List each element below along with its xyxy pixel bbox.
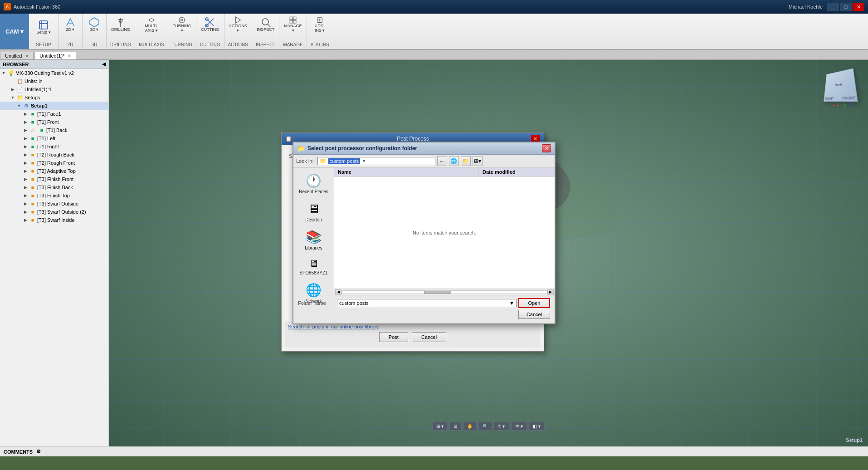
tree-item-swarf-outside[interactable]: ▶ ■ [T3] Swarf Outside — [0, 200, 108, 208]
tree-item-left[interactable]: ▶ ■ [T1] Left — [0, 134, 108, 142]
scroll-left-btn[interactable]: ◀ — [335, 289, 341, 295]
tree-item-front[interactable]: ▶ ■ [T1] Front — [0, 118, 108, 126]
tree-arrow-setup1[interactable]: ▼ — [16, 103, 22, 108]
tree-item-right[interactable]: ▶ ■ [T1] Right — [0, 142, 108, 151]
comments-label: COMMENTS — [4, 449, 33, 455]
nav-cube[interactable]: TOP FRONT RIGHT →X ↑Y Z — [823, 69, 859, 105]
viewport[interactable]: TOP FRONT RIGHT →X ↑Y Z ⊞ ▾ ⊡ ✋ 🔍 ↻ ▾ 👁 … — [109, 60, 868, 446]
tree-arrow-swarf-inside[interactable]: ▶ — [23, 218, 28, 222]
tree-arrow-rough-back[interactable]: ▶ — [23, 152, 28, 157]
tree-item-face1[interactable]: ▶ ■ [T1] Face1 — [0, 110, 108, 118]
file-cancel-btn[interactable]: Cancel — [518, 310, 550, 319]
horizontal-scrollbar[interactable]: ◀ ▶ — [334, 289, 555, 295]
rough-back-label: [T2] Rough Back — [37, 152, 74, 157]
maximize-btn[interactable]: □ — [840, 3, 852, 11]
tab-close-untitled[interactable]: ✕ — [25, 54, 29, 59]
file-dialog-title-bar: 📁 Select post processor configuration fo… — [293, 142, 555, 155]
shortcut-recent-places[interactable]: 🕐 Recent Places — [295, 171, 332, 196]
close-btn[interactable]: ✕ — [853, 3, 864, 11]
look-in-value: custom posts — [328, 158, 361, 164]
minimize-btn[interactable]: ─ — [827, 3, 839, 11]
turning-icon[interactable]: TURNING ▾ — [174, 15, 190, 34]
tree-arrow-back[interactable]: ▶ — [23, 128, 28, 132]
tree-item-finish-front[interactable]: ▶ ■ [T3] Finish Front — [0, 175, 108, 183]
tree-item-finish-back[interactable]: ▶ ■ [T3] Finish Back — [0, 183, 108, 191]
post-btn[interactable]: Post — [379, 332, 408, 342]
multiaxis-icon[interactable]: MULTI-AXIS ▾ — [143, 15, 160, 34]
cutting-icon[interactable]: CUTTING — [202, 15, 218, 34]
grid-btn[interactable]: ⊡ — [449, 422, 461, 431]
look-in-combo[interactable]: 📁 custom posts ▼ — [317, 157, 435, 165]
3d-icon[interactable]: 3D ▾ — [86, 15, 102, 34]
nav-new-folder-btn[interactable]: 📁 — [461, 156, 471, 166]
inspect-icon[interactable]: INSPECT — [258, 15, 274, 34]
tree-arrow-swarf-outside-2[interactable]: ▶ — [23, 210, 28, 214]
3d-icons: 3D ▾ — [86, 15, 102, 34]
tree-item-doc[interactable]: ▶ 📄 Untitled(1):1 — [0, 85, 108, 93]
display-settings-btn[interactable]: ⊞ ▾ — [432, 422, 448, 431]
nav-back-btn[interactable]: ← — [437, 156, 447, 166]
nav-web-btn[interactable]: 🌐 — [449, 156, 459, 166]
tree-arrow-adaptive[interactable]: ▶ — [23, 169, 28, 173]
actions-group-label: ACTIONS — [228, 40, 248, 47]
scroll-right-btn[interactable]: ▶ — [547, 289, 554, 295]
finish-front-label: [T3] Finish Front — [37, 176, 73, 182]
view-btn[interactable]: 👁 ▾ — [511, 422, 527, 431]
tree-arrow-setups[interactable]: ▼ — [10, 95, 15, 100]
tree-item-rough-back[interactable]: ▶ ■ [T2] Rough Back — [0, 151, 108, 159]
setup-icon[interactable]: Setup ▾ — [33, 15, 54, 39]
tree-arrow-rough-front[interactable]: ▶ — [23, 161, 28, 165]
folder-name-combo[interactable]: custom posts ▼ — [337, 299, 517, 307]
post-cancel-btn[interactable]: Cancel — [412, 332, 446, 342]
addins-icon[interactable]: ADD-INS ▾ — [312, 15, 328, 34]
cutting-label: CUTTING — [201, 28, 219, 32]
scroll-thumb[interactable] — [424, 291, 451, 294]
tree-item-adaptive[interactable]: ▶ ■ [T2] Adaptive Top — [0, 167, 108, 175]
tree-item-swarf-outside-2[interactable]: ▶ ■ [T3] Swarf Outside (2) — [0, 208, 108, 216]
open-btn[interactable]: Open — [518, 298, 550, 308]
tree-arrow-project[interactable]: ▼ — [1, 71, 6, 75]
manage-icon[interactable]: MANAGE ▾ — [285, 15, 301, 34]
tree-item-setup1[interactable]: ▼ ⚙ Setup1 — [0, 102, 108, 110]
tree-arrow-face1[interactable]: ▶ — [23, 112, 28, 116]
tree-arrow-finish-front[interactable]: ▶ — [23, 177, 28, 181]
actions-icon[interactable]: ACTIONS ▾ — [230, 15, 246, 34]
drilling-icon[interactable]: DRILLING — [112, 15, 129, 34]
render-btn[interactable]: ◧ ▾ — [529, 422, 545, 431]
tree-item-rough-front[interactable]: ▶ ■ [T2] Rough Front — [0, 159, 108, 167]
tree-item-setups[interactable]: ▼ 📁 Setups — [0, 93, 108, 102]
cam-tab[interactable]: CAM ▾ — [0, 14, 29, 49]
tree-arrow-doc[interactable]: ▶ — [10, 87, 15, 92]
look-in-arrow[interactable]: ▼ — [362, 159, 366, 163]
folder-combo-arrow[interactable]: ▼ — [509, 300, 514, 306]
tree-item-finish-top[interactable]: ▶ ■ [T3] Finish Top — [0, 191, 108, 200]
tab-close-untitled1[interactable]: ✕ — [68, 54, 71, 59]
tree-item-project[interactable]: ▼ 💡 MX-330 Cutting Test v1 v2 — [0, 69, 108, 77]
tree-arrow-finish-top[interactable]: ▶ — [23, 193, 28, 198]
pan-btn[interactable]: ✋ — [463, 422, 477, 431]
tree-arrow-swarf-outside[interactable]: ▶ — [23, 201, 28, 206]
file-dialog-close-btn[interactable]: ✕ — [542, 144, 551, 152]
tree-arrow-front[interactable]: ▶ — [23, 120, 28, 124]
tree-arrow-right[interactable]: ▶ — [23, 144, 28, 149]
tab-untitled[interactable]: Untitled ✕ — [0, 52, 34, 59]
nav-view-btn[interactable]: ⊞▾ — [473, 156, 483, 166]
ribbon: CAM ▾ Setup ▾ SETUP 2D ▾ 2D 3D ▾ 3D — [0, 14, 868, 50]
browser-toggle[interactable]: ◀ — [102, 61, 106, 67]
tree-arrow-left[interactable]: ▶ — [23, 136, 28, 141]
tab-untitled1[interactable]: Untitled(1)* ✕ — [34, 52, 76, 59]
tree-item-back[interactable]: ▶ ⚠ ■ [T1] Back — [0, 126, 108, 134]
online-library-link[interactable]: Search for posts in our online post libr… — [288, 324, 379, 329]
2d-icon[interactable]: 2D ▾ — [62, 15, 78, 34]
shortcut-libraries[interactable]: 📚 Libraries — [295, 228, 332, 252]
2d-label: 2D ▾ — [66, 28, 74, 32]
tree-item-swarf-inside[interactable]: ▶ ■ [T3] Swarf Inside — [0, 216, 108, 224]
scroll-track[interactable] — [341, 290, 547, 294]
zoom-btn[interactable]: 🔍 — [478, 422, 492, 431]
tree-arrow-finish-back[interactable]: ▶ — [23, 185, 28, 190]
shortcut-desktop[interactable]: 🖥 Desktop — [295, 200, 332, 224]
comments-toggle[interactable]: ⚙ — [36, 449, 41, 455]
shortcut-computer[interactable]: 🖥 SFO856VYZ1 — [295, 256, 332, 277]
sidebar: BROWSER ◀ ▼ 💡 MX-330 Cutting Test v1 v2 … — [0, 60, 109, 446]
orbit-btn[interactable]: ↻ ▾ — [494, 422, 509, 431]
